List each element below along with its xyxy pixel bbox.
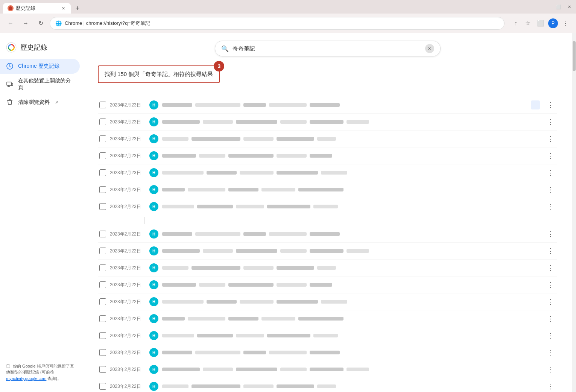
history-checkbox[interactable] <box>99 203 106 210</box>
more-options-button[interactable]: ⋮ <box>545 150 556 161</box>
history-content[interactable] <box>162 334 541 337</box>
content-block <box>280 368 307 371</box>
more-options-button[interactable]: ⋮ <box>545 201 556 212</box>
favicon-letter: H <box>152 299 155 304</box>
more-options-button[interactable]: ⋮ <box>545 184 556 195</box>
minimize-button[interactable]: − <box>544 3 552 11</box>
history-date: 2023年2月22日 <box>110 316 146 322</box>
date-separator <box>98 215 557 226</box>
more-options-button[interactable]: ⋮ <box>545 229 556 239</box>
favicon-letter: H <box>152 384 155 389</box>
sidebar-item-clear-data[interactable]: 清除瀏覽資料 ↗ <box>0 95 80 110</box>
more-options-button[interactable]: ⋮ <box>545 167 556 178</box>
history-checkbox[interactable] <box>99 102 106 108</box>
history-item: 2023年2月22日 H ⋮ <box>98 293 557 310</box>
history-content[interactable] <box>162 249 541 253</box>
more-options-button[interactable]: ⋮ <box>545 263 556 273</box>
address-bar: ← → ↻ 🌐 Chrome | chrome://history/?q=奇奇筆… <box>0 14 576 33</box>
share-button[interactable]: ↑ <box>511 18 521 29</box>
extension-button[interactable]: ⬜ <box>535 17 547 29</box>
history-checkbox[interactable] <box>99 186 106 193</box>
content-block <box>310 249 343 253</box>
history-item: 2023年2月23日 H ⋮ <box>98 181 557 198</box>
footer-link[interactable]: myactivity.google.com <box>6 376 46 381</box>
sidebar-item-label-clear-data: 清除瀏覽資料 <box>18 99 50 106</box>
bookmark-button[interactable]: ☆ <box>523 18 533 29</box>
close-window-button[interactable]: ✕ <box>565 3 573 11</box>
history-checkbox[interactable] <box>99 264 106 271</box>
history-content[interactable] <box>162 171 541 175</box>
history-content[interactable] <box>162 384 541 388</box>
more-options-button[interactable]: ⋮ <box>545 296 556 307</box>
more-options-button[interactable]: ⋮ <box>545 381 556 392</box>
history-item: 2023年2月23日 H ⋮ <box>98 97 557 114</box>
history-content[interactable] <box>162 205 541 208</box>
favicon-letter: H <box>152 249 155 253</box>
content-block <box>261 188 295 191</box>
forward-button[interactable]: → <box>20 17 32 29</box>
history-checkbox[interactable] <box>99 231 106 237</box>
more-options-button[interactable]: ⋮ <box>545 313 556 324</box>
history-content[interactable] <box>162 103 527 107</box>
history-content[interactable] <box>162 300 541 304</box>
history-content[interactable] <box>162 283 541 287</box>
history-content[interactable] <box>162 137 541 141</box>
history-checkbox[interactable] <box>99 315 106 322</box>
favicon-letter: H <box>152 170 155 175</box>
history-checkbox[interactable] <box>99 281 106 288</box>
content-block <box>162 120 200 124</box>
more-options-button[interactable]: ⋮ <box>545 280 556 290</box>
more-options-button[interactable]: ⋮ <box>545 117 556 127</box>
select-button[interactable] <box>531 100 540 109</box>
content-block <box>203 120 233 124</box>
scrollbar-track[interactable] <box>572 33 576 392</box>
maximize-button[interactable]: ⬜ <box>555 3 562 11</box>
content-block <box>191 266 240 270</box>
more-options-button[interactable]: ⋮ <box>545 100 556 110</box>
history-checkbox[interactable] <box>99 152 106 159</box>
history-checkbox[interactable] <box>99 332 106 339</box>
history-checkbox[interactable] <box>99 169 106 176</box>
more-options-button[interactable]: ⋮ <box>545 364 556 375</box>
history-content[interactable] <box>162 188 541 191</box>
content-block <box>277 384 314 388</box>
active-tab[interactable]: 歷史記錄 ✕ <box>3 3 71 14</box>
history-content[interactable] <box>162 317 541 321</box>
more-options-button[interactable]: ⋮ <box>545 347 556 358</box>
search-input[interactable] <box>233 46 421 52</box>
more-options-button[interactable]: ⋮ <box>545 330 556 341</box>
history-content[interactable] <box>162 120 541 124</box>
scrollbar-thumb[interactable] <box>573 41 576 71</box>
history-checkbox[interactable] <box>99 248 106 254</box>
history-content[interactable] <box>162 232 541 236</box>
new-tab-button[interactable]: + <box>72 3 83 14</box>
history-content[interactable] <box>162 351 541 354</box>
history-checkbox[interactable] <box>99 119 106 125</box>
history-checkbox[interactable] <box>99 366 106 373</box>
content-block <box>240 171 274 175</box>
sidebar-item-chrome-history[interactable]: Chrome 歷史記錄 <box>0 59 80 74</box>
reload-button[interactable]: ↻ <box>35 17 47 29</box>
profile-button[interactable]: P <box>548 18 558 28</box>
favicon-letter: H <box>152 232 155 236</box>
more-options-button[interactable]: ⋮ <box>545 134 556 144</box>
search-clear-button[interactable]: × <box>425 44 434 53</box>
history-checkbox[interactable] <box>99 298 106 305</box>
sidebar-item-other-devices[interactable]: 在其他裝置上開啟的分頁 <box>0 74 80 95</box>
history-checkbox[interactable] <box>99 349 106 356</box>
history-content[interactable] <box>162 368 541 371</box>
history-item: 2023年2月22日 H ⋮ <box>98 378 557 392</box>
back-button[interactable]: ← <box>5 17 17 29</box>
address-input[interactable]: 🌐 Chrome | chrome://history/?q=奇奇筆記 <box>50 17 505 30</box>
history-content[interactable] <box>162 154 541 158</box>
history-content[interactable] <box>162 266 541 270</box>
content-block <box>191 137 240 141</box>
tab-close-button[interactable]: ✕ <box>60 5 66 11</box>
favicon-letter: H <box>152 266 155 270</box>
more-options-button[interactable]: ⋮ <box>545 246 556 256</box>
content-block <box>321 171 347 175</box>
menu-button[interactable]: ⋮ <box>559 17 571 29</box>
history-checkbox[interactable] <box>99 135 106 142</box>
content-row-1 <box>162 283 541 287</box>
history-checkbox[interactable] <box>99 383 106 390</box>
